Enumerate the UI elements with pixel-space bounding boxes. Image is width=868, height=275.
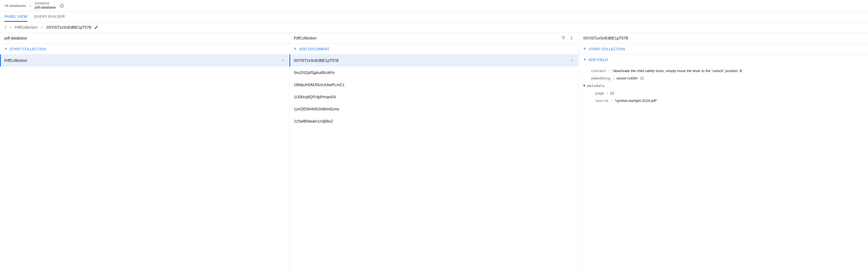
panel-document-title: 0SYiSTzxSnEdBE1pT57B [583, 36, 628, 40]
add-document-label: ADD DOCUMENT [299, 47, 330, 51]
field-key: source : [595, 98, 613, 103]
field-metadata-source[interactable]: source : "cymbal-starlight-2024.pdf" [583, 97, 864, 104]
info-icon[interactable] [640, 77, 644, 80]
add-field-button[interactable]: + ADD FIELD [579, 54, 868, 65]
plus-icon: + [583, 57, 586, 62]
field-key: metadata [587, 84, 604, 88]
chevron-right-icon [281, 59, 285, 62]
triangle-down-icon: ▶ [583, 85, 586, 87]
field-metadata[interactable]: ▶ metadata [583, 82, 864, 89]
breadcrumb-root[interactable]: / [5, 25, 6, 30]
document-row[interactable]: 1BMpJH0MJRzmXAwPLmC1 [289, 79, 579, 91]
field-embedding[interactable]: embedding : vector<1408> [583, 74, 864, 82]
add-field-label: ADD FIELD [589, 58, 608, 62]
chevron-right-icon [9, 26, 12, 29]
collections-list: PdfCollection [0, 54, 289, 275]
document-row[interactable]: 0SYiSTzxSnEdBE1pT57B [289, 54, 579, 66]
tab-query-builder[interactable]: QUERY BUILDER [34, 11, 65, 22]
database-name: pdf-database [35, 5, 56, 10]
field-content[interactable]: content : "deactivate the child safety l… [583, 67, 864, 74]
panel-database-header: pdf-database [0, 33, 289, 43]
chevron-right-icon [40, 26, 43, 29]
more-icon[interactable] [569, 36, 574, 40]
breadcrumb-document[interactable]: 0SYiSTzxSnEdBE1pT57B [46, 25, 91, 30]
start-collection-label: START COLLECTION [10, 47, 46, 51]
panel-collection-header: PdfCollection [289, 33, 579, 43]
field-key: embedding : [591, 76, 615, 80]
panel-collection: PdfCollection + ADD DOCUMENT 0SYiSTzxSnE… [289, 33, 579, 275]
document-id: 1IJ00cq9QfYdpPmqni0X [294, 95, 336, 99]
start-subcollection-label: START COLLECTION [589, 47, 625, 51]
field-value: 13 [610, 91, 614, 95]
field-metadata-page[interactable]: page : 13 [583, 89, 864, 97]
collection-row[interactable]: PdfCollection [0, 54, 289, 66]
panel-document: 0SYiSTzxSnEdBE1pT57B + START COLLECTION … [579, 33, 868, 275]
database-block[interactable]: DATABASE pdf-database [35, 2, 56, 10]
filter-icon[interactable] [561, 36, 566, 40]
document-row[interactable]: 215wfBNwain1n3jfdisZ [289, 115, 579, 127]
document-row[interactable]: 1IJ00cq9QfYdpPmqni0X [289, 91, 579, 103]
path-breadcrumb: / PdfCollection 0SYiSTzxSnEdBE1pT57B [0, 22, 868, 33]
document-id: 1BMpJH0MJRzmXAwPLmC1 [294, 83, 345, 87]
documents-list: 0SYiSTzxSnEdBE1pT57B 0nx2tS2pfSjjAud9UAP… [289, 54, 579, 275]
all-databases-link[interactable]: All databases [4, 4, 26, 8]
document-id: 0SYiSTzxSnEdBE1pT57B [294, 58, 339, 63]
document-id: 1zHZEhR4hR2H8hI45zmx [294, 107, 339, 111]
document-id: 0nx2tS2pfSjjAud9UAPo [294, 70, 335, 75]
start-collection-button[interactable]: + START COLLECTION [0, 43, 289, 54]
view-tabs: PANEL VIEW QUERY BUILDER [0, 11, 868, 22]
tab-panel-view[interactable]: PANEL VIEW [4, 11, 27, 22]
add-document-button[interactable]: + ADD DOCUMENT [289, 43, 579, 54]
chevron-right-icon [570, 59, 574, 62]
panel-collection-title: PdfCollection [294, 36, 317, 40]
database-label: DATABASE [35, 2, 56, 5]
document-row[interactable]: 1zHZEhR4hR2H8hI45zmx [289, 103, 579, 115]
plus-icon: + [4, 47, 7, 51]
chevron-right-icon [29, 4, 32, 7]
panel-database-title: pdf-database [4, 36, 27, 40]
field-value: vector<1408> [616, 76, 639, 80]
top-database-bar: All databases DATABASE pdf-database [0, 0, 868, 11]
panels-container: pdf-database + START COLLECTION PdfColle… [0, 33, 868, 275]
document-id: 215wfBNwain1n3jfdisZ [294, 119, 333, 123]
edit-path-icon[interactable] [94, 25, 98, 30]
field-key: page : [595, 91, 608, 95]
field-key: content : [591, 69, 610, 73]
collection-name: PdfCollection [4, 58, 27, 63]
info-icon[interactable] [60, 4, 64, 8]
field-value: "cymbal-starlight-2024.pdf" [615, 98, 657, 103]
start-subcollection-button[interactable]: + START COLLECTION [579, 43, 868, 54]
document-row[interactable]: 0nx2tS2pfSjjAud9UAPo [289, 66, 579, 79]
document-fields: content : "deactivate the child safety l… [579, 65, 868, 106]
panel-document-header: 0SYiSTzxSnEdBE1pT57B [579, 33, 868, 43]
panel-database: pdf-database + START COLLECTION PdfColle… [0, 33, 289, 275]
breadcrumb-collection[interactable]: PdfCollection [15, 25, 38, 30]
field-value: "deactivate the child safety locks, simp… [612, 69, 742, 73]
plus-icon: + [583, 47, 586, 51]
plus-icon: + [294, 47, 297, 51]
